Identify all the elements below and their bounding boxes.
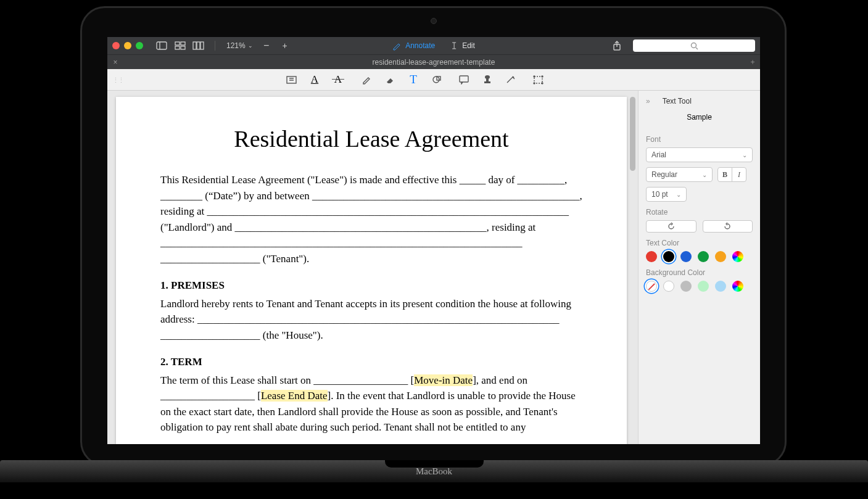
background-color-swatches xyxy=(646,281,753,292)
window-controls xyxy=(112,42,143,49)
background-color-label: Background Color xyxy=(646,268,753,277)
strikethrough-tool[interactable]: A xyxy=(332,73,344,86)
highlight-tool[interactable] xyxy=(285,73,297,86)
search-input[interactable] xyxy=(633,39,755,52)
text-color-swatches xyxy=(646,251,753,262)
annotate-mode-button[interactable]: Annotate xyxy=(392,41,435,51)
share-button[interactable] xyxy=(610,40,624,51)
chevron-down-icon: ⌄ xyxy=(742,152,747,159)
color-swatch[interactable] xyxy=(646,251,657,262)
svg-point-20 xyxy=(534,76,535,77)
section-2-heading: 2. TERM xyxy=(160,356,202,368)
placeholder-lease-end-date: Lease End Date xyxy=(261,390,328,402)
close-tab-button[interactable]: × xyxy=(107,58,123,67)
text-color-label: Text Color xyxy=(646,239,753,247)
italic-button[interactable]: I xyxy=(732,167,746,182)
pen-icon xyxy=(392,41,402,51)
pencil-tool[interactable] xyxy=(360,73,373,86)
annotate-toolbar: ⋮⋮ A A T xyxy=(107,69,760,91)
laptop-base: MacBook xyxy=(0,460,868,482)
laptop-label: MacBook xyxy=(416,466,452,477)
svg-rect-7 xyxy=(197,42,200,49)
select-tool[interactable] xyxy=(532,73,544,86)
tab-title: residential-lease-agreement-template xyxy=(373,58,495,67)
sample-preview: Sample xyxy=(646,113,753,122)
placeholder-move-in-date: Move-in Date xyxy=(414,374,473,386)
drag-handle[interactable]: ⋮⋮ xyxy=(112,76,123,85)
view-overview-button[interactable] xyxy=(191,40,206,51)
search-icon xyxy=(690,42,698,50)
color-swatch[interactable] xyxy=(732,251,743,262)
bold-button[interactable]: B xyxy=(717,167,732,182)
toggle-sidebar-button[interactable] xyxy=(154,40,169,51)
new-tab-button[interactable]: ＋ xyxy=(749,57,756,67)
font-size-select[interactable]: 10 pt⌄ xyxy=(646,187,687,202)
section-2-body: The term of this Lease shall start on __… xyxy=(160,373,582,435)
view-thumbnails-button[interactable] xyxy=(173,40,188,51)
svg-rect-17 xyxy=(486,78,489,81)
text-cursor-icon xyxy=(450,41,458,50)
svg-rect-19 xyxy=(534,76,542,83)
svg-point-10 xyxy=(691,43,696,47)
rotate-label: Rotate xyxy=(646,208,753,217)
close-window-button[interactable] xyxy=(112,42,120,49)
font-label: Font xyxy=(646,135,753,144)
svg-point-22 xyxy=(534,83,535,84)
zoom-control[interactable]: 121% ⌄ xyxy=(226,41,253,50)
document-title: Residential Lease Agreement xyxy=(160,125,582,152)
svg-point-21 xyxy=(542,76,543,77)
minimize-window-button[interactable] xyxy=(124,42,131,49)
scrollbar-thumb[interactable] xyxy=(630,97,635,171)
color-swatch[interactable] xyxy=(646,281,657,292)
svg-point-13 xyxy=(433,76,439,83)
color-swatch[interactable] xyxy=(732,281,743,292)
shape-tool[interactable] xyxy=(431,73,443,86)
svg-rect-15 xyxy=(460,76,468,82)
rotate-ccw-button[interactable] xyxy=(646,220,696,233)
rotate-cw-button[interactable] xyxy=(703,220,753,233)
camera xyxy=(431,18,437,24)
inspector-panel: » Text Tool Sample Font Arial⌄ Regular⌄ … xyxy=(638,91,760,444)
font-style-select[interactable]: Regular⌄ xyxy=(646,167,713,182)
color-swatch[interactable] xyxy=(663,251,674,262)
color-swatch[interactable] xyxy=(680,281,692,292)
svg-rect-2 xyxy=(175,42,180,45)
signature-tool[interactable] xyxy=(505,73,517,86)
eraser-tool[interactable] xyxy=(384,73,396,86)
zoom-in-button[interactable]: + xyxy=(278,40,292,51)
document-area[interactable]: Residential Lease Agreement This Residen… xyxy=(107,91,638,444)
font-family-select[interactable]: Arial⌄ xyxy=(646,147,753,162)
color-swatch[interactable] xyxy=(663,281,674,292)
section-1-heading: 1. PREMISES xyxy=(160,279,225,291)
note-tool[interactable] xyxy=(458,73,470,86)
toolbar: 121% ⌄ − + Annotate Edit xyxy=(107,37,760,54)
color-swatch[interactable] xyxy=(698,281,709,292)
chevron-down-icon: ⌄ xyxy=(248,43,253,49)
collapse-inspector-button[interactable]: » xyxy=(646,97,650,105)
text-box-tool[interactable]: T xyxy=(407,73,420,86)
svg-rect-8 xyxy=(200,42,204,49)
svg-rect-18 xyxy=(484,81,490,83)
color-swatch[interactable] xyxy=(715,251,726,262)
section-1-body: Landlord hereby rents to Tenant and Tena… xyxy=(160,296,582,344)
edit-label: Edit xyxy=(462,41,475,50)
annotate-label: Annotate xyxy=(405,41,435,50)
tab-bar: × residential-lease-agreement-template ＋ xyxy=(107,54,760,69)
color-swatch[interactable] xyxy=(698,251,709,262)
edit-mode-button[interactable]: Edit xyxy=(450,41,475,50)
svg-rect-6 xyxy=(193,42,196,49)
inspector-title: Text Tool xyxy=(663,97,692,105)
zoom-value: 121% xyxy=(226,41,246,50)
zoom-out-button[interactable]: − xyxy=(259,40,274,51)
color-swatch[interactable] xyxy=(715,281,726,292)
color-swatch[interactable] xyxy=(680,251,692,262)
svg-line-11 xyxy=(696,47,698,49)
svg-rect-5 xyxy=(181,46,185,49)
fullscreen-window-button[interactable] xyxy=(136,42,143,49)
stamp-tool[interactable] xyxy=(481,73,494,86)
svg-rect-4 xyxy=(175,46,180,49)
chevron-down-icon: ⌄ xyxy=(702,171,707,178)
svg-rect-3 xyxy=(181,42,185,45)
underline-tool[interactable]: A xyxy=(308,73,321,86)
app-window: 121% ⌄ − + Annotate Edit × residential-l… xyxy=(107,37,760,444)
